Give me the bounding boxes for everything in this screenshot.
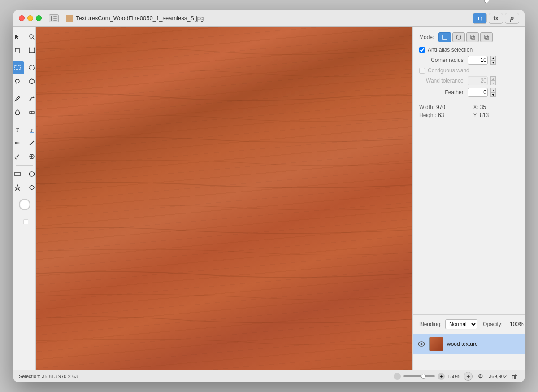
- svg-line-24: [30, 141, 34, 145]
- arrow-tool[interactable]: [13, 30, 24, 43]
- svg-point-30: [29, 172, 35, 176]
- wand-tolerance-row: Wand tolerance: ▲ ▼: [419, 76, 518, 85]
- feather-spinner: ▲ ▼: [490, 88, 496, 97]
- wand-tolerance-up[interactable]: ▲: [490, 76, 496, 81]
- zoom-slider[interactable]: [404, 375, 435, 377]
- svg-rect-23: [15, 142, 20, 144]
- corner-radius-down[interactable]: ▼: [490, 60, 496, 65]
- svg-rect-39: [443, 35, 447, 39]
- zoom-in-button[interactable]: +: [438, 373, 445, 380]
- layer-item[interactable]: wood texture: [413, 334, 525, 354]
- width-dim: Width: 970: [419, 104, 464, 110]
- x-value: 35: [480, 104, 486, 110]
- rect-select-tool[interactable]: [13, 61, 24, 74]
- opacity-label: Opacity:: [483, 321, 503, 327]
- statusbar-count: 369,902: [489, 374, 507, 379]
- svg-rect-18: [30, 111, 34, 114]
- path-fill-tool[interactable]: [13, 150, 24, 163]
- lasso-tool[interactable]: [13, 75, 24, 87]
- feather-down[interactable]: ▼: [490, 92, 496, 97]
- gradient-tool[interactable]: [13, 137, 24, 149]
- layer-thumbnail: [429, 337, 443, 351]
- svg-point-5: [30, 35, 33, 38]
- svg-point-9: [33, 48, 35, 49]
- anti-alias-label[interactable]: Anti-alias selection: [428, 47, 473, 53]
- contiguous-wand-checkbox[interactable]: [419, 68, 425, 74]
- path-button[interactable]: p: [505, 13, 519, 24]
- x-dim: X: 35: [473, 104, 519, 110]
- mode-add-button[interactable]: +: [466, 32, 479, 42]
- blending-mode-select[interactable]: Normal Multiply Screen Overlay: [445, 319, 477, 329]
- type-tool[interactable]: T: [13, 123, 24, 136]
- dims-section: Width: 970 X: 35 Height: 63 Y: 813: [419, 104, 518, 118]
- svg-rect-36: [24, 220, 28, 224]
- svg-rect-0: [51, 16, 52, 21]
- delete-layer-button[interactable]: 🗑: [510, 372, 519, 381]
- rect-shape-tool[interactable]: [13, 168, 24, 180]
- pencil-tool[interactable]: [13, 92, 24, 105]
- file-icon: [66, 15, 73, 22]
- mode-rect-button[interactable]: [438, 32, 451, 42]
- svg-point-13: [29, 65, 35, 70]
- canvas-area[interactable]: [36, 27, 412, 370]
- paint-tool[interactable]: [13, 106, 24, 118]
- layer-visibility-toggle[interactable]: [417, 340, 425, 348]
- width-label: Width:: [419, 104, 434, 110]
- anti-alias-row: Anti-alias selection: [419, 47, 518, 53]
- color-circle[interactable]: [17, 196, 33, 213]
- crop-tool[interactable]: [13, 44, 24, 57]
- sidebar-toggle-button[interactable]: [49, 14, 59, 22]
- contiguous-wand-label: Contiguous wand: [428, 67, 469, 74]
- y-value: 813: [480, 112, 489, 118]
- wand-tolerance-down[interactable]: ▼: [490, 81, 496, 85]
- svg-rect-1: [53, 16, 57, 17]
- star-tool[interactable]: [13, 181, 24, 194]
- svg-point-17: [33, 97, 34, 98]
- panel-top: Mode: + -: [413, 27, 525, 314]
- wand-tolerance-input[interactable]: [468, 76, 488, 85]
- corner-radius-row: Corner radius: ▲ ▼: [419, 56, 518, 65]
- svg-point-11: [33, 52, 35, 53]
- svg-point-10: [29, 52, 30, 53]
- corner-radius-up[interactable]: ▲: [490, 56, 496, 60]
- anti-alias-checkbox[interactable]: [419, 47, 425, 53]
- background-color[interactable]: [18, 214, 31, 227]
- fx-button[interactable]: fx: [489, 13, 503, 24]
- svg-marker-31: [15, 185, 20, 190]
- titlebar-actions: T↕ fx p: [473, 13, 519, 24]
- app-window: TexturesCom_WoodFine0050_1_seamless_S.jp…: [13, 10, 525, 382]
- blending-label: Blending:: [419, 321, 442, 327]
- mode-ellipse-button[interactable]: [452, 32, 465, 42]
- height-value: 63: [438, 112, 444, 118]
- svg-rect-2: [53, 18, 57, 19]
- maximize-button[interactable]: [36, 15, 42, 21]
- svg-line-6: [33, 38, 35, 39]
- add-layer-button[interactable]: +: [464, 372, 473, 381]
- close-button[interactable]: [19, 15, 25, 21]
- svg-point-25: [15, 157, 17, 159]
- title-filename: TexturesCom_WoodFine0050_1_seamless_S.jp…: [66, 15, 204, 22]
- svg-rect-12: [15, 66, 20, 70]
- corner-radius-spinner: ▲ ▼: [490, 56, 496, 65]
- svg-rect-3: [53, 20, 57, 21]
- minimize-button[interactable]: [27, 15, 33, 21]
- x-label: X:: [473, 104, 478, 110]
- zoom-level: 150%: [447, 374, 460, 379]
- svg-point-40: [456, 35, 461, 39]
- svg-marker-32: [30, 185, 34, 190]
- zoom-out-button[interactable]: -: [394, 373, 401, 380]
- y-dim: Y: 813: [473, 112, 519, 118]
- feather-up[interactable]: ▲: [490, 88, 496, 92]
- svg-text:T: T: [16, 127, 19, 133]
- width-value: 970: [436, 104, 445, 110]
- mode-subtract-button[interactable]: -: [480, 32, 493, 42]
- svg-text:+: +: [472, 36, 474, 39]
- text-tool-button[interactable]: T↕: [473, 13, 487, 24]
- mode-buttons: + -: [438, 32, 493, 42]
- layer-settings-button[interactable]: ⚙: [476, 372, 485, 381]
- corner-radius-input[interactable]: [468, 56, 488, 65]
- foreground-color[interactable]: [13, 214, 17, 227]
- svg-point-16: [29, 100, 30, 101]
- feather-input[interactable]: [468, 88, 488, 97]
- svg-rect-29: [15, 172, 20, 176]
